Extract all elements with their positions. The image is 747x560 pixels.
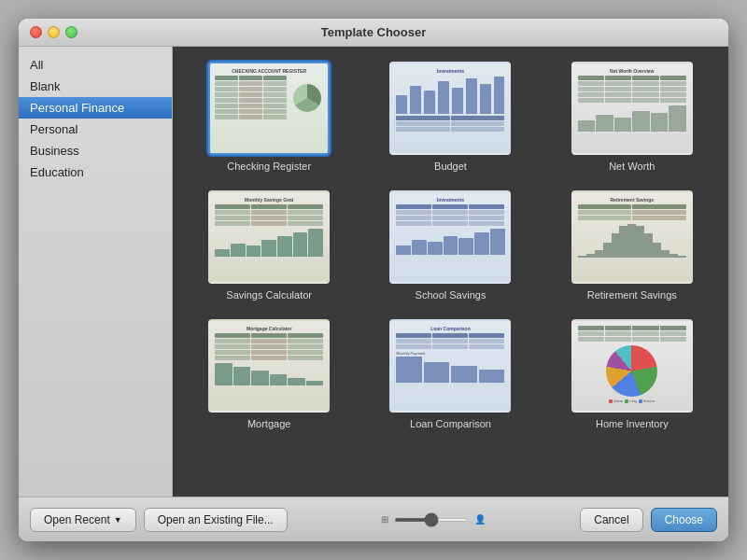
template-school-savings[interactable]: Investments [369, 190, 531, 301]
open-recent-button[interactable]: Open Recent ▼ [30, 508, 136, 532]
template-thumbnail-budget: Investments [389, 62, 511, 155]
template-loan-comparison[interactable]: Loan Comparison Monthly Payment [369, 319, 531, 429]
template-label-school: School Savings [416, 289, 486, 301]
template-thumbnail-loan: Loan Comparison Monthly Payment [389, 319, 511, 413]
template-label-retirement: Retirement Savings [587, 289, 677, 301]
template-thumbnail-mortgage: Mortgage Calculator [208, 319, 330, 413]
template-thumbnail-school: Investments [389, 190, 511, 284]
bottom-bar: Open Recent ▼ Open an Existing File... ⊞… [19, 497, 728, 541]
cancel-button[interactable]: Cancel [580, 508, 642, 532]
sidebar-item-all[interactable]: All [19, 54, 172, 76]
template-label-networth: Net Worth [609, 161, 655, 172]
template-label-mortgage: Mortgage [247, 418, 290, 429]
sidebar: All Blank Personal Finance Personal Busi… [19, 47, 173, 497]
traffic-lights [30, 26, 78, 38]
template-chooser-window: Template Chooser All Blank Personal Fina… [19, 19, 728, 541]
template-retirement-savings[interactable]: Retirement Savings [551, 190, 713, 301]
template-mortgage[interactable]: Mortgage Calculator [188, 319, 350, 429]
template-label-loan: Loan Comparison [410, 418, 491, 429]
open-existing-button[interactable]: Open an Existing File... [144, 508, 288, 532]
zoom-slider[interactable] [394, 518, 469, 522]
sidebar-item-personal-finance[interactable]: Personal Finance [19, 97, 172, 119]
template-savings-calculator[interactable]: Monthly Savings Goal [188, 190, 350, 301]
titlebar: Template Chooser [19, 19, 728, 47]
template-label-checking: Checking Register [227, 161, 311, 172]
template-net-worth[interactable]: Net Worth Overview [551, 62, 713, 172]
template-checking-register[interactable]: CHECKING ACCOUNT REGISTER [188, 62, 350, 172]
template-thumbnail-checking: CHECKING ACCOUNT REGISTER [208, 62, 330, 155]
template-budget[interactable]: Investments [369, 62, 531, 172]
template-thumbnail-retirement: Retirement Savings [571, 190, 693, 284]
template-label-savings: Savings Calculator [226, 289, 312, 301]
minimize-button[interactable] [48, 26, 60, 38]
templates-grid: CHECKING ACCOUNT REGISTER [188, 62, 713, 429]
template-home-inventory[interactable]: Kitchen Living Bedroom Home Inventory [551, 319, 713, 429]
slider-area: ⊞ 👤 [381, 514, 486, 525]
choose-button[interactable]: Choose [651, 508, 717, 532]
template-label-budget: Budget [434, 161, 467, 172]
window-title: Template Chooser [321, 25, 426, 39]
sidebar-item-personal[interactable]: Personal [19, 119, 172, 140]
template-thumbnail-savings: Monthly Savings Goal [208, 190, 330, 284]
sidebar-item-business[interactable]: Business [19, 140, 172, 161]
maximize-button[interactable] [65, 26, 78, 38]
sidebar-item-blank[interactable]: Blank [19, 76, 172, 97]
open-recent-arrow-icon: ▼ [114, 515, 122, 525]
slider-max-icon: 👤 [474, 514, 486, 525]
close-button[interactable] [30, 26, 42, 38]
template-thumbnail-home: Kitchen Living Bedroom [571, 319, 693, 413]
sidebar-item-education[interactable]: Education [19, 161, 172, 183]
template-label-home: Home Inventory [596, 418, 669, 429]
main-panel: CHECKING ACCOUNT REGISTER [173, 47, 728, 497]
slider-min-icon: ⊞ [381, 514, 388, 525]
template-thumbnail-networth: Net Worth Overview [571, 62, 693, 155]
content-area: All Blank Personal Finance Personal Busi… [19, 47, 728, 497]
